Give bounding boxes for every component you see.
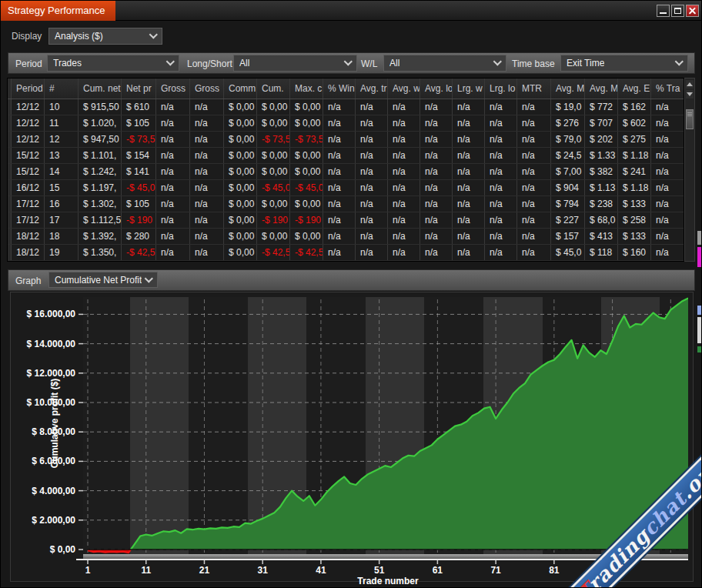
table-cell: n/a (420, 148, 453, 163)
table-cell: n/a (517, 245, 551, 260)
table-cell: 12 (45, 132, 79, 147)
table-cell: n/a (485, 148, 517, 163)
table-scrollbar[interactable] (684, 78, 695, 262)
column-header[interactable]: Comm (224, 79, 257, 99)
table-cell: n/a (517, 148, 551, 163)
strategy-performance-window: Strategy Performance Display Analysis ($… (0, 0, 702, 588)
column-header[interactable]: Cum. (257, 79, 290, 99)
table-cell: 15/12 (12, 148, 45, 163)
table-cell: $ 7,00 (551, 164, 585, 179)
table-header-row: Period#Cum. netNet prGrossGrossCommCum.M… (8, 79, 684, 99)
table-cell: -$ 190 (122, 212, 156, 228)
table-cell: n/a (420, 164, 453, 179)
table-cell: n/a (156, 132, 190, 147)
column-header[interactable]: Lrg. lo (485, 79, 517, 99)
table-cell: n/a (420, 196, 453, 212)
wl-dropdown[interactable]: All (383, 55, 506, 72)
period-dropdown[interactable]: Trades (47, 55, 179, 72)
table-cell: $ 133 (618, 196, 651, 212)
table-cell: $ 772 (585, 99, 618, 115)
clipped-watermark-artifact (697, 317, 702, 343)
minimize-button[interactable] (657, 5, 670, 17)
table-cell: $ 202 (585, 132, 618, 147)
graph-type-dropdown[interactable]: Cumulative Net Profit (48, 272, 158, 288)
svg-text:31: 31 (258, 565, 269, 576)
scroll-down-button[interactable] (686, 90, 694, 99)
column-header[interactable]: # (45, 79, 79, 99)
table-cell: $ 105 (122, 115, 156, 131)
svg-text:1: 1 (85, 565, 91, 576)
table-cell: $ 0,00 (224, 164, 257, 179)
maximize-button[interactable] (671, 5, 684, 17)
column-header[interactable]: Max. c (290, 79, 323, 99)
table-cell: $ 0,00 (290, 229, 323, 244)
table-cell: $ 0,00 (290, 148, 323, 163)
table-row[interactable]: 12/1210$ 915,50$ 610n/an/a$ 0,00$ 0,00$ … (8, 99, 684, 115)
table-cell: $ 162 (618, 99, 651, 115)
table-cell: $ 0,00 (290, 164, 323, 179)
table-row[interactable]: 17/1217$ 1.112,5-$ 190n/an/a$ 0,00-$ 190… (8, 212, 684, 229)
column-header[interactable]: % Win (323, 79, 356, 99)
y-axis-title: Cumulative profit ($) (49, 379, 60, 469)
scroll-up-button[interactable] (686, 80, 694, 89)
scrollbar-thumb[interactable] (686, 109, 694, 129)
column-header[interactable]: Avg. w (388, 79, 420, 99)
table-cell: n/a (323, 115, 356, 131)
column-header[interactable]: Avg. lo (420, 79, 453, 99)
table-row[interactable]: 15/1213$ 1.101,$ 154n/an/a$ 0,00$ 0,00$ … (8, 148, 684, 164)
svg-text:61: 61 (433, 565, 443, 576)
table-cell: n/a (420, 245, 453, 260)
table-row[interactable]: 18/1219$ 1.350,-$ 42,5n/an/a$ 0,00-$ 42,… (8, 245, 684, 261)
column-header[interactable]: MTR (517, 79, 551, 99)
table-cell: n/a (453, 212, 485, 228)
column-header[interactable]: Avg. tr (356, 79, 388, 99)
table-cell: $ 1.350, (79, 245, 122, 260)
table-row[interactable]: 17/1216$ 1.302,$ 105n/an/a$ 0,00$ 0,00$ … (8, 196, 684, 212)
table-row[interactable]: 15/1214$ 1.242,$ 141n/an/a$ 0,00$ 0,00$ … (8, 164, 684, 180)
chevron-down-icon (145, 274, 153, 282)
maximize-icon (674, 8, 681, 14)
table-cell: 19 (45, 245, 79, 260)
table-row[interactable]: 16/1215$ 1.197,-$ 45,0n/an/a$ 0,00-$ 45,… (8, 180, 684, 196)
column-header[interactable]: Gross (190, 79, 224, 99)
table-cell: n/a (190, 132, 224, 147)
table-cell: -$ 42,5 (257, 245, 290, 260)
table-cell: 14 (45, 164, 79, 179)
column-header[interactable]: Cum. net (79, 79, 122, 99)
table-cell: $ 0,00 (257, 115, 290, 131)
svg-text:11: 11 (141, 565, 151, 576)
table-cell: $ 1.18 (618, 148, 651, 163)
table-cell: $ 0,00 (224, 132, 257, 147)
column-header[interactable]: Net pr (122, 79, 156, 99)
svg-text:$ 14.000,00: $ 14.000,00 (27, 339, 76, 349)
chevron-down-icon (149, 30, 158, 38)
longshort-dropdown[interactable]: All (233, 55, 357, 72)
table-cell: n/a (517, 99, 551, 115)
column-header[interactable]: Avg. M (585, 79, 618, 99)
table-cell: -$ 190 (257, 212, 290, 228)
display-dropdown[interactable]: Analysis ($) (48, 28, 162, 45)
column-header[interactable]: Period (12, 79, 45, 99)
title-bar[interactable]: Strategy Performance (1, 1, 702, 21)
table-cell: 18/12 (12, 245, 45, 260)
table-row[interactable]: 12/1212$ 947,50-$ 73,5n/an/a$ 0,00-$ 73,… (8, 132, 684, 148)
table-cell: n/a (420, 132, 453, 147)
table-cell: 17/12 (12, 212, 45, 228)
table-cell: n/a (517, 229, 551, 244)
table-cell: n/a (388, 115, 420, 131)
table-cell: -$ 190 (290, 212, 323, 228)
close-button[interactable] (686, 5, 699, 17)
column-header[interactable]: Gross (156, 79, 190, 99)
table-cell: n/a (453, 245, 485, 260)
column-header[interactable]: Avg. E (618, 79, 651, 99)
column-header[interactable]: Lrg. w (453, 79, 485, 99)
table-row[interactable]: 12/1211$ 1.020,$ 105n/an/a$ 0,00$ 0,00$ … (8, 115, 684, 132)
column-header[interactable]: % Tra (651, 79, 685, 99)
table-cell: $ 105 (122, 196, 156, 212)
timebase-dropdown[interactable]: Exit Time (560, 55, 688, 72)
table-cell: n/a (651, 115, 685, 131)
table-cell: n/a (190, 196, 224, 212)
column-header[interactable]: Avg. M (551, 79, 585, 99)
table-cell: n/a (517, 212, 551, 228)
table-row[interactable]: 18/1218$ 1.392,$ 280n/an/a$ 0,00$ 0,00$ … (8, 229, 684, 245)
